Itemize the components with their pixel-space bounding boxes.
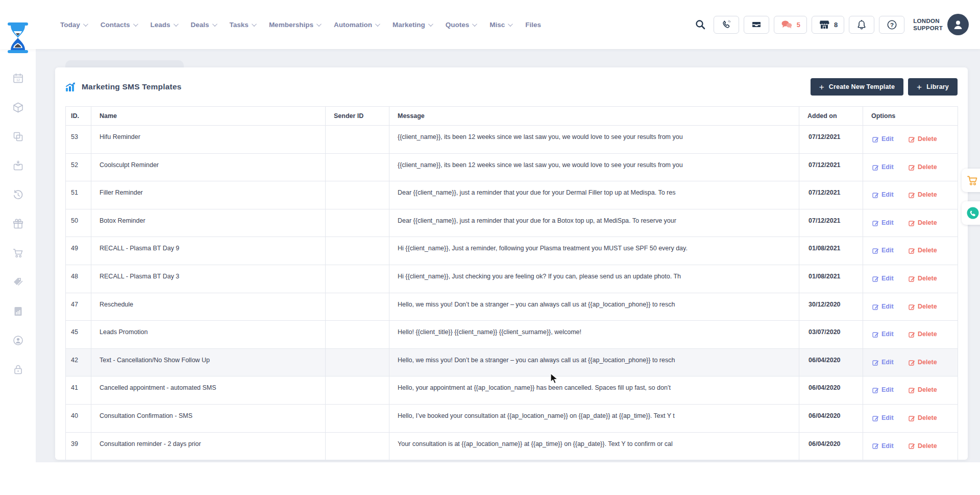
delete-button[interactable]: Delete [909,358,937,367]
table-row[interactable]: 47 Reschedule Hello, we miss you! Don’t … [66,293,958,321]
nav-item[interactable]: Misc [489,21,511,29]
delete-button[interactable]: Delete [909,163,937,172]
gift-icon[interactable] [12,218,24,230]
edit-button[interactable]: Edit [872,246,894,255]
edit-button[interactable]: Edit [872,191,894,199]
user-icon [952,18,964,31]
plus-icon: + [917,83,922,91]
svg-text:?: ? [890,21,894,28]
table-row[interactable]: 49 RECALL - Plasma BT Day 9 Hi {{client_… [66,237,958,265]
nav-item[interactable]: Memberships [269,21,320,29]
edit-icon [872,247,879,254]
table-row[interactable]: 45 Leads Promotion Hello! {{client_title… [66,321,958,349]
delete-button[interactable]: Delete [909,219,937,227]
edit-icon [872,192,879,198]
history-icon[interactable] [12,189,24,201]
table-row[interactable]: 40 Consultation Confirmation - SMS Hello… [66,404,958,432]
edit-icon [872,303,879,310]
floating-whatsapp-button[interactable] [962,201,980,225]
card-header: Marketing SMS Templates + Create New Tem… [55,67,968,106]
table-row[interactable]: 41 Cancelled appointment - automated SMS… [66,376,958,405]
tags-icon[interactable] [12,276,24,288]
brand-logo[interactable] [6,22,30,53]
table-row[interactable]: 53 Hifu Reminder {{client_name}}, its be… [66,126,958,154]
viewport-bottom [0,462,980,495]
edit-icon [872,164,879,171]
delete-icon [909,303,915,310]
cart-icon[interactable] [12,247,24,259]
nav-item[interactable]: Quotes [446,21,476,29]
cell-id: 45 [66,321,91,349]
edit-button[interactable]: Edit [872,135,894,144]
package-icon[interactable] [12,102,24,113]
col-sender-id: Sender ID [326,107,389,126]
edit-button[interactable]: Edit [872,302,894,311]
table-row[interactable]: 48 RECALL - Plasma BT Day 3 Hi {{client_… [66,265,958,293]
create-new-template-button[interactable]: + Create New Template [811,78,903,96]
nav-item[interactable]: Contacts [101,21,137,29]
table-row[interactable]: 42 Text - Cancellation/No Show Follow Up… [66,348,958,376]
cell-message: Your consultation is at {{ap_location_na… [389,432,799,460]
nav-item[interactable]: Automation [334,21,379,29]
table-row[interactable]: 50 Botox Reminder Dear {{client_name}}, … [66,209,958,237]
inbox-button[interactable] [744,16,769,34]
calendar-icon[interactable]: 12 [12,73,24,84]
cart-icon [966,174,978,186]
nav-item[interactable]: Leads [151,21,177,29]
table-row[interactable]: 39 Consultation reminder - 2 days prior … [66,432,958,460]
floating-cart-button[interactable] [962,169,980,192]
cell-id: 49 [66,237,91,265]
delete-button[interactable]: Delete [909,191,937,199]
table-row[interactable]: 51 Filler Reminder Dear {{client_name}},… [66,181,958,209]
nav-item[interactable]: Files [525,21,541,29]
edit-button[interactable]: Edit [872,358,894,367]
app-window: Today Contacts Leads Deals Tasks Members… [0,0,980,495]
user-icon[interactable] [12,335,24,346]
edit-button[interactable]: Edit [872,330,894,339]
copies-icon[interactable] [12,131,24,143]
cell-sender-id [326,153,389,181]
nav-item[interactable]: Today [60,21,87,29]
store-button[interactable]: 8 [812,16,844,34]
notifications-button[interactable] [849,16,874,34]
delete-button[interactable]: Delete [909,330,937,339]
nav-item[interactable]: Marketing [393,21,432,29]
delete-button[interactable]: Delete [909,135,937,144]
cell-message: {{client_name}}, its been 12 weeks since… [389,153,799,181]
delete-icon [909,331,915,338]
report-icon[interactable] [12,305,24,317]
delete-button[interactable]: Delete [909,274,937,283]
delete-button[interactable]: Delete [909,442,937,451]
edit-button[interactable]: Edit [872,442,894,451]
avatar[interactable] [947,14,969,35]
cell-sender-id [326,432,389,460]
delete-icon [909,164,915,171]
delete-button[interactable]: Delete [909,302,937,311]
cell-id: 53 [66,126,91,154]
delete-button[interactable]: Delete [909,414,937,422]
table-row[interactable]: 52 Coolsculpt Reminder {{client_name}}, … [66,153,958,181]
edit-button[interactable]: Edit [872,274,894,283]
cell-message: Hello! {{client_title}} {{client_name}} … [389,321,799,349]
chat-button[interactable]: 5 [774,16,807,34]
edit-button[interactable]: Edit [872,219,894,227]
delete-button[interactable]: Delete [909,246,937,255]
basket-icon[interactable] [12,160,24,172]
cell-added-on: 06/04/2020 [799,432,863,460]
delete-button[interactable]: Delete [909,386,937,394]
chart-icon [65,82,76,91]
phone-button[interactable] [714,16,739,34]
help-button[interactable]: ? [879,16,904,34]
account-name: LONDON SUPPORT [913,17,943,32]
library-button[interactable]: + Library [908,78,958,96]
nav-item[interactable]: Tasks [230,21,255,29]
templates-table: ID. Name Sender ID Message Added on Opti… [65,106,958,460]
edit-button[interactable]: Edit [872,414,894,422]
edit-button[interactable]: Edit [872,386,894,394]
cell-added-on: 06/04/2020 [799,404,863,432]
nav-item[interactable]: Deals [191,21,216,29]
search-icon[interactable] [695,19,706,30]
lock-icon[interactable] [12,364,24,375]
edit-button[interactable]: Edit [872,163,894,172]
delete-icon [909,136,915,143]
